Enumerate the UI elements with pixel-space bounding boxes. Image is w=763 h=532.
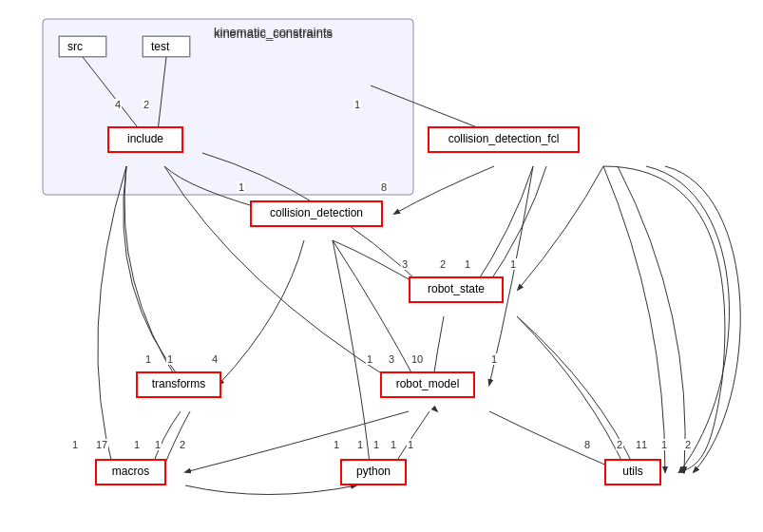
edge-label-rs-2: 2 [439, 258, 447, 270]
edge-label-py-1b: 1 [372, 439, 380, 450]
robot-model-node[interactable]: robot_model [380, 371, 475, 398]
edge-label-tr-1a: 1 [144, 353, 152, 365]
edge-label-py-1e: 1 [356, 439, 364, 450]
edge-label-src-include-4: 4 [114, 99, 122, 110]
edge-label-ut-2a: 2 [616, 439, 623, 450]
python-node[interactable]: python [340, 459, 407, 485]
macros-node[interactable]: macros [95, 459, 166, 485]
edge-label-mac-1: 1 [71, 439, 79, 450]
edge-label-mac-1c: 1 [154, 439, 162, 450]
include-node[interactable]: include [107, 126, 183, 153]
edge-label-ut-1: 1 [660, 439, 668, 450]
edge-label-tr-1b: 1 [166, 353, 174, 365]
edge-label-rs-3: 3 [401, 258, 409, 270]
utils-node[interactable]: utils [604, 459, 661, 485]
edge-label-rm-1: 1 [366, 353, 373, 365]
edge-label-mac-2: 2 [179, 439, 186, 450]
collision-detection-fcl-node[interactable]: collision_detection_fcl [428, 126, 580, 153]
edge-label-rm-3: 3 [388, 353, 395, 365]
edge-label-tr-4: 4 [211, 353, 219, 365]
edge-label-py-1d: 1 [407, 439, 414, 450]
edge-label-test-include-2: 2 [143, 99, 150, 110]
edge-label-py-1c: 1 [390, 439, 397, 450]
edges-svg [0, 0, 763, 532]
test-node[interactable]: test [143, 36, 190, 57]
edge-label-py-1a: 1 [333, 439, 340, 450]
transforms-node[interactable]: transforms [136, 371, 221, 398]
edge-label-cluster-cdf-1: 1 [353, 99, 361, 110]
kinematic-constraints-label: kinematic_constraints [214, 27, 333, 41]
edge-label-rs-1a: 1 [464, 258, 471, 270]
edge-label-ut-8: 8 [583, 439, 591, 450]
edge-label-ut-2b: 2 [684, 439, 692, 450]
collision-detection-node[interactable]: collision_detection [250, 200, 383, 227]
edge-label-inc-cd-1: 1 [238, 181, 245, 193]
src-node[interactable]: src [59, 36, 106, 57]
edge-label-rm-10: 10 [410, 353, 424, 365]
graph-container: kinematic_constraints src test kinematic… [0, 0, 763, 532]
edge-label-rs-1b: 1 [509, 258, 517, 270]
edge-label-ut-11: 11 [635, 439, 648, 450]
edge-label-cdf-cd-8: 8 [380, 181, 388, 193]
robot-state-node[interactable]: robot_state [409, 276, 504, 303]
edge-label-rm-1b: 1 [490, 353, 498, 365]
edge-label-mac-1b: 1 [133, 439, 141, 450]
edge-label-mac-17: 17 [95, 439, 108, 450]
